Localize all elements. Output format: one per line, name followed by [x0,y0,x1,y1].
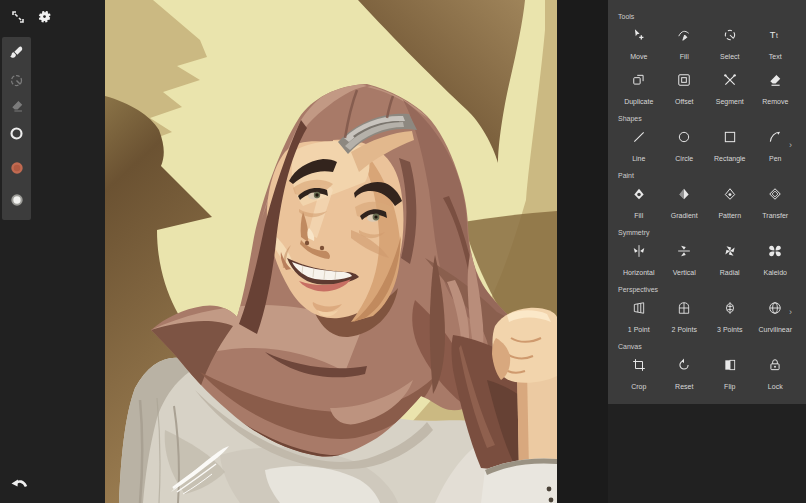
svg-text:t: t [776,32,778,39]
svg-text:T: T [769,30,775,40]
